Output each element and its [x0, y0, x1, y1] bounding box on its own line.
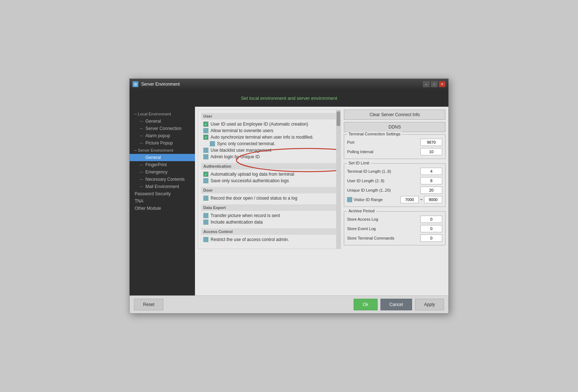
- auth-section-title: Authentication: [201, 163, 338, 170]
- sidebar-group-server: ─ Server Environment ─ General ─ FingerP…: [130, 147, 195, 190]
- terminal-connection-group: Terminal Connection Settings Port Pollin…: [344, 134, 445, 159]
- visitor-id-range: ~: [400, 196, 442, 203]
- close-button[interactable]: ✕: [439, 81, 445, 87]
- polling-input[interactable]: [420, 148, 442, 155]
- sidebar-item-alarm-popup[interactable]: ─ Alarm popup: [130, 132, 195, 139]
- cb-auto-upload[interactable]: [203, 172, 208, 177]
- cb-restrict-access-row[interactable]: Restrict the use of access control admin…: [201, 236, 338, 243]
- reset-button[interactable]: Reset: [134, 299, 163, 310]
- visitor-id-from-input[interactable]: [400, 196, 419, 203]
- visitor-id-to-input[interactable]: [424, 196, 442, 203]
- cb-blacklist-row[interactable]: Use blacklist user management: [201, 147, 338, 154]
- user-id-input[interactable]: [420, 177, 442, 184]
- cb-auto-upload-row[interactable]: Automatically upload log data from termi…: [201, 171, 338, 177]
- scrollbar-track[interactable]: [336, 110, 341, 249]
- visitor-id-row: Visitor ID Range ~: [347, 195, 442, 204]
- door-section: Door Record the door open / closed statu…: [201, 187, 338, 201]
- cb-sync-connected-row[interactable]: Sync only connected terminal.: [201, 140, 338, 147]
- store-access-input[interactable]: [420, 216, 442, 223]
- apply-button[interactable]: Apply: [415, 299, 444, 310]
- cb-sync-connected-label: Sync only connected terminal.: [217, 141, 275, 146]
- cb-userid-employee[interactable]: [203, 122, 208, 127]
- sidebar-item-general-server[interactable]: ─ General: [130, 154, 195, 161]
- cb-userid-employee-label: User ID used as Employee ID (Automatic c…: [211, 122, 308, 127]
- cb-save-auth-row[interactable]: Save only successful authentication logs: [201, 177, 338, 184]
- terminal-id-input[interactable]: [420, 168, 442, 175]
- sidebar-item-general-local[interactable]: ─ General: [130, 118, 195, 125]
- store-access-label: Store Access Log: [347, 217, 419, 221]
- archive-period-group: Archive Period Store Access Log Store Ev…: [344, 211, 445, 245]
- sidebar-item-picture-popup[interactable]: ─ Picture Popup: [130, 139, 195, 147]
- cb-admin-login[interactable]: [203, 154, 208, 159]
- sidebar-item-password-security[interactable]: Password Security: [130, 190, 195, 197]
- cb-sync-connected[interactable]: [210, 141, 215, 146]
- cb-auto-sync-label: Auto synchronize terminal when user info…: [211, 135, 313, 140]
- sidebar-item-mail-environment[interactable]: ─ Mail Environment: [130, 183, 195, 190]
- minimize-button[interactable]: ─: [423, 81, 430, 87]
- clear-server-connect-btn[interactable]: Clear Server Connect Info: [344, 110, 445, 120]
- cb-auto-upload-label: Automatically upload log data from termi…: [211, 172, 294, 177]
- port-input[interactable]: [420, 139, 442, 146]
- cb-allow-overwrite-label: Allow terminal to overwrite users: [211, 128, 273, 133]
- port-row: Port: [347, 138, 442, 147]
- data-export-title: Data Export: [201, 204, 338, 211]
- sidebar-item-fingerprint[interactable]: ─ FingerPrint: [130, 161, 195, 168]
- cb-blacklist[interactable]: [203, 148, 208, 153]
- cb-allow-overwrite-row[interactable]: Allow terminal to overwrite users: [201, 127, 338, 134]
- app-icon: ⚙: [133, 81, 138, 87]
- cb-userid-employee-row[interactable]: User ID used as Employee ID (Automatic c…: [201, 121, 338, 127]
- access-control-section: Access Control Restrict the use of acces…: [201, 228, 338, 243]
- cb-save-auth[interactable]: [203, 178, 208, 183]
- polling-row: Polling Interval: [347, 147, 442, 156]
- terminal-connection-title: Terminal Connection Settings: [347, 132, 402, 136]
- sidebar-item-emergency[interactable]: ─ Emergency: [130, 168, 195, 176]
- cb-transfer-picture-row[interactable]: Transfer picture when record is sent: [201, 212, 338, 219]
- left-panel: User User ID used as Employee ID (Automa…: [198, 110, 341, 249]
- store-event-input[interactable]: [420, 225, 442, 232]
- visitor-id-checkbox[interactable]: [347, 197, 352, 202]
- right-panel: Clear Server Connect Info DDNS Terminal …: [344, 110, 445, 293]
- restore-button[interactable]: □: [431, 81, 437, 87]
- cancel-button[interactable]: Cancel: [380, 299, 412, 310]
- sidebar-item-tna[interactable]: TNA: [130, 197, 195, 205]
- unique-id-input[interactable]: [420, 187, 442, 194]
- archive-period-title: Archive Period: [347, 209, 376, 213]
- terminal-id-label: Terminal ID Length (1..8): [347, 169, 419, 173]
- polling-label: Polling Interval: [347, 150, 419, 154]
- store-access-row: Store Access Log: [347, 215, 442, 224]
- scrollbar-thumb[interactable]: [337, 111, 340, 126]
- sidebar-item-server-connection[interactable]: ─ Server Connection: [130, 125, 195, 132]
- cb-admin-login-label: Admin login by Unique ID: [211, 154, 260, 159]
- sidebar-group-local-label: ─ Local Environment: [130, 110, 195, 118]
- store-terminal-row: Store Terminal Commands: [347, 233, 442, 243]
- cb-restrict-access[interactable]: [203, 237, 208, 242]
- terminal-id-row: Terminal ID Length (1..8): [347, 167, 442, 176]
- content-area: User User ID used as Employee ID (Automa…: [195, 107, 448, 295]
- header-bar: Set local environment and server environ…: [130, 90, 448, 107]
- store-event-label: Store Event Log: [347, 226, 419, 231]
- header-subtitle: Set local environment and server environ…: [241, 95, 337, 101]
- cb-door-record-row[interactable]: Record the door open / closed status to …: [201, 195, 338, 201]
- store-event-row: Store Event Log: [347, 224, 442, 233]
- sidebar-item-other-module[interactable]: Other Module: [130, 205, 195, 212]
- sidebar-group-other: Password Security TNA Other Module: [130, 190, 195, 212]
- user-id-row: User ID Length (2..8): [347, 176, 442, 185]
- cb-admin-login-row[interactable]: Admin login by Unique ID: [201, 154, 338, 160]
- visitor-id-label: Visitor ID Range: [354, 197, 399, 202]
- cb-auto-sync-row[interactable]: Auto synchronize terminal when user info…: [201, 134, 338, 140]
- sidebar-item-necessary-contents[interactable]: ─ Necessary Contents: [130, 176, 195, 183]
- cb-auto-sync[interactable]: [203, 135, 208, 140]
- port-label: Port: [347, 140, 419, 144]
- cb-include-auth[interactable]: [203, 220, 208, 225]
- cb-include-auth-row[interactable]: Include authentication data: [201, 219, 338, 225]
- cb-allow-overwrite[interactable]: [203, 128, 208, 133]
- store-terminal-input[interactable]: [420, 234, 442, 242]
- user-section-title: User: [201, 113, 338, 119]
- cb-transfer-picture[interactable]: [203, 213, 208, 218]
- main-content: ─ Local Environment ─ General ─ Server C…: [130, 107, 448, 295]
- ok-button[interactable]: Ok: [354, 299, 377, 310]
- left-panel-wrapper: User User ID used as Employee ID (Automa…: [198, 110, 341, 293]
- ddns-btn[interactable]: DDNS: [344, 122, 445, 132]
- cb-door-record[interactable]: [203, 196, 208, 201]
- set-id-limit-group: Set ID Limit Terminal ID Length (1..8) U…: [344, 163, 445, 207]
